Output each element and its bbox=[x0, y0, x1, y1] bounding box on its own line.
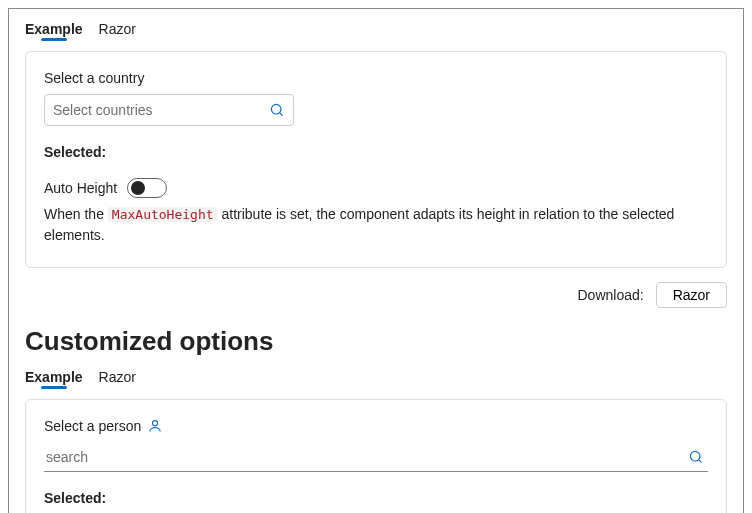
download-label: Download: bbox=[577, 287, 643, 303]
tabs-section1: Example Razor bbox=[25, 17, 727, 41]
country-input[interactable] bbox=[53, 102, 269, 118]
example-card-2: Select a person Selected: bbox=[25, 399, 727, 513]
tab-example-2[interactable]: Example bbox=[25, 365, 83, 389]
svg-point-2 bbox=[153, 421, 158, 426]
autoheight-toggle[interactable] bbox=[127, 178, 167, 198]
svg-line-4 bbox=[699, 459, 702, 462]
autoheight-description: When the MaxAutoHeight attribute is set,… bbox=[44, 204, 708, 245]
search-icon bbox=[269, 102, 285, 118]
tab-underline bbox=[41, 38, 67, 41]
autoheight-label: Auto Height bbox=[44, 180, 117, 196]
tab-razor[interactable]: Razor bbox=[99, 17, 136, 41]
code-maxautoheight: MaxAutoHeight bbox=[108, 207, 218, 222]
tab-label: Razor bbox=[99, 369, 136, 385]
tab-label: Example bbox=[25, 21, 83, 37]
country-combobox[interactable] bbox=[44, 94, 294, 126]
person-icon bbox=[147, 418, 163, 434]
example-card-1: Select a country Selected: Auto Height W… bbox=[25, 51, 727, 268]
person-combobox[interactable] bbox=[44, 442, 708, 472]
country-label: Select a country bbox=[44, 70, 708, 86]
toggle-thumb bbox=[131, 181, 145, 195]
selected-label: Selected: bbox=[44, 144, 708, 160]
download-razor-button[interactable]: Razor bbox=[656, 282, 727, 308]
selected-label-2: Selected: bbox=[44, 490, 708, 506]
search-icon bbox=[688, 449, 704, 465]
download-row: Download: Razor bbox=[25, 282, 727, 308]
tab-underline bbox=[41, 386, 67, 389]
svg-line-1 bbox=[280, 113, 283, 116]
tab-razor-2[interactable]: Razor bbox=[99, 365, 136, 389]
svg-point-3 bbox=[690, 451, 700, 461]
person-label: Select a person bbox=[44, 418, 708, 434]
svg-point-0 bbox=[271, 104, 281, 114]
tab-label: Example bbox=[25, 369, 83, 385]
person-input[interactable] bbox=[46, 449, 688, 465]
tab-label: Razor bbox=[99, 21, 136, 37]
heading-customized-options: Customized options bbox=[25, 326, 727, 357]
tab-example[interactable]: Example bbox=[25, 17, 83, 41]
tabs-section2: Example Razor bbox=[25, 365, 727, 389]
